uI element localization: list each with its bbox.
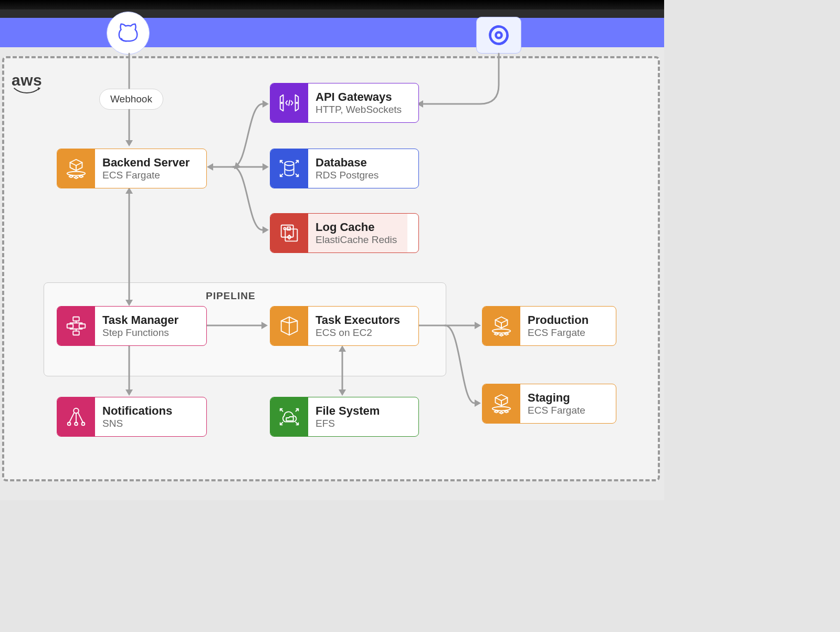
node-title: File System bbox=[316, 404, 380, 418]
aws-logo: aws bbox=[12, 71, 42, 94]
node-production: ProductionECS Fargate bbox=[482, 306, 616, 346]
node-backend-server: Backend ServerECS Fargate bbox=[57, 149, 207, 188]
node-sub: RDS Postgres bbox=[316, 170, 379, 181]
elasticache-icon bbox=[270, 214, 308, 252]
node-title: Task Executors bbox=[316, 313, 400, 327]
banner-bar bbox=[0, 18, 664, 47]
svg-point-33 bbox=[284, 227, 286, 229]
svg-rect-32 bbox=[285, 229, 297, 241]
cat-icon bbox=[116, 21, 140, 45]
svg-point-1 bbox=[496, 33, 502, 38]
node-sub: SNS bbox=[102, 418, 172, 429]
node-title: Staging bbox=[528, 391, 585, 405]
ecs-fargate-icon bbox=[57, 149, 95, 188]
node-sub: ElastiCache Redis bbox=[316, 234, 397, 246]
window-top-stripe-2 bbox=[0, 9, 664, 18]
node-api-gateways: API GatewaysHTTP, WebSockets bbox=[270, 83, 419, 123]
spiral-icon bbox=[487, 24, 510, 47]
svg-point-29 bbox=[296, 102, 297, 103]
svg-rect-38 bbox=[73, 331, 79, 335]
node-title: Production bbox=[528, 313, 589, 327]
step-functions-icon bbox=[57, 307, 95, 345]
window-top-stripe-1 bbox=[0, 0, 664, 9]
svg-point-28 bbox=[281, 102, 282, 103]
aws-logo-text: aws bbox=[12, 71, 42, 89]
webhook-label: Webhook bbox=[110, 93, 152, 104]
svg-point-44 bbox=[492, 407, 511, 411]
svg-point-41 bbox=[75, 423, 78, 426]
ecs-fargate-icon bbox=[482, 307, 520, 345]
ecs-fargate-icon bbox=[482, 384, 520, 423]
svg-point-42 bbox=[82, 423, 85, 426]
node-sub: ECS Fargate bbox=[528, 405, 585, 416]
webhook-tag: Webhook bbox=[99, 89, 163, 110]
node-file-system: File SystemEFS bbox=[270, 397, 419, 437]
svg-rect-37 bbox=[79, 324, 86, 328]
diagram-stage: aws Webhook PIPELINE Backend ServerECS F… bbox=[0, 0, 664, 500]
svg-point-27 bbox=[67, 172, 86, 176]
node-staging: StagingECS Fargate bbox=[482, 384, 616, 424]
node-task-executors: Task ExecutorsECS on EC2 bbox=[270, 306, 419, 346]
sns-icon bbox=[57, 397, 95, 436]
node-title: Notifications bbox=[102, 404, 172, 418]
node-notifications: NotificationsSNS bbox=[57, 397, 207, 437]
node-title: API Gateways bbox=[316, 90, 402, 104]
node-log-cache: Log CacheElastiCache Redis bbox=[270, 213, 419, 253]
node-title: Backend Server bbox=[102, 156, 190, 170]
node-sub: EFS bbox=[316, 418, 380, 429]
node-title: Task Manager bbox=[102, 313, 178, 327]
rds-icon bbox=[270, 149, 308, 188]
source-repo-chip bbox=[107, 12, 150, 55]
svg-point-30 bbox=[285, 162, 293, 166]
node-title: Database bbox=[316, 156, 379, 170]
svg-point-40 bbox=[68, 423, 71, 426]
api-gateway-icon bbox=[270, 83, 308, 122]
node-sub: HTTP, WebSockets bbox=[316, 104, 402, 115]
control-chip bbox=[476, 17, 521, 54]
ecs-ec2-icon bbox=[270, 307, 308, 345]
node-sub: ECS Fargate bbox=[102, 170, 190, 181]
node-title: Log Cache bbox=[316, 220, 397, 234]
node-sub: ECS Fargate bbox=[528, 327, 589, 339]
svg-point-43 bbox=[492, 329, 511, 333]
node-sub: Step Functions bbox=[102, 327, 178, 339]
svg-rect-35 bbox=[73, 317, 79, 321]
pipeline-title: PIPELINE bbox=[206, 290, 256, 302]
node-database: DatabaseRDS Postgres bbox=[270, 149, 419, 188]
svg-point-0 bbox=[121, 39, 122, 40]
svg-rect-36 bbox=[67, 324, 74, 328]
efs-icon bbox=[270, 397, 308, 436]
node-sub: ECS on EC2 bbox=[316, 327, 400, 339]
node-task-manager: Task ManagerStep Functions bbox=[57, 306, 207, 346]
